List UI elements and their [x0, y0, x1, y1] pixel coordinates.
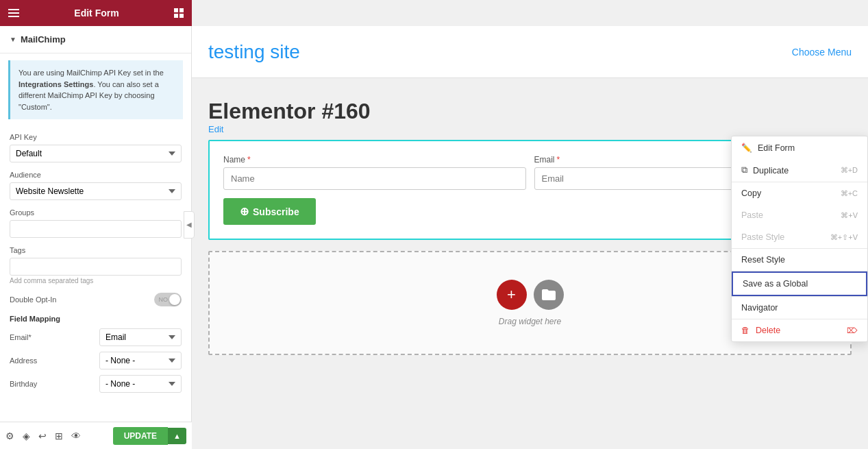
drag-hint: Drag widget here [499, 317, 561, 326]
update-dropdown-button[interactable]: ▲ [168, 428, 186, 444]
email-field-label-form: Email [534, 155, 555, 165]
paste-label: Paste [741, 210, 763, 220]
duplicate-icon: ⧉ [741, 165, 747, 175]
name-field-input[interactable] [223, 167, 526, 190]
paste-style-shortcut: ⌘+⇧+V [830, 233, 858, 242]
toolbar-icon-group: ⚙ ◈ ↩ ⊞ 👁 [5, 430, 81, 441]
subscribe-button[interactable]: ⊕ Subscribe [223, 198, 316, 225]
tags-hint: Add comma separated tags [10, 277, 182, 284]
grid-icon[interactable] [174, 8, 184, 18]
subscribe-icon: ⊕ [240, 205, 249, 218]
add-widget-button[interactable]: + [497, 280, 527, 310]
context-menu-duplicate[interactable]: ⧉ Duplicate ⌘+D [732, 159, 867, 182]
tags-label: Tags [10, 246, 182, 254]
name-field-group: Name * [223, 155, 526, 190]
top-bar: Edit Form [0, 0, 192, 26]
toggle-no-text: NO [159, 296, 169, 303]
tags-row: Tags Add comma separated tags [10, 246, 182, 284]
double-optin-label: Double Opt-In [10, 295, 56, 304]
address-field-label: Address [10, 356, 37, 365]
update-btn-group: UPDATE ▲ [113, 427, 186, 445]
main-header: testing site Choose Menu [192, 26, 868, 78]
context-menu-paste-style: Paste Style ⌘+⇧+V [732, 226, 867, 248]
mailchimp-section-title: MailChimp [21, 34, 66, 45]
tags-input[interactable] [10, 258, 182, 276]
bottom-toolbar: ⚙ ◈ ↩ ⊞ 👁 UPDATE ▲ [0, 422, 192, 449]
context-menu-edit-form[interactable]: ✏️ Edit Form [732, 136, 867, 159]
widget-buttons: + [497, 280, 564, 310]
sidebar-collapse-handle[interactable]: ◀ [184, 211, 195, 239]
page-title-block: Elementor #160 Edit [208, 99, 852, 134]
info-link[interactable]: Integrations Settings [18, 80, 93, 88]
birthday-field-label: Birthday [10, 380, 37, 388]
double-optin-toggle[interactable]: NO [154, 293, 182, 306]
delete-shortcut: ⌦ [847, 326, 858, 335]
mailchimp-section-header[interactable]: ▼ MailChimp [0, 26, 191, 53]
edit-link[interactable]: Edit [208, 124, 223, 134]
address-field-select[interactable]: - None - [99, 352, 182, 369]
info-text-1: You are using MailChimp API Key set in t… [18, 69, 164, 77]
page-title: Elementor #160 [208, 99, 852, 124]
context-menu: ✏️ Edit Form ⧉ Duplicate ⌘+D Copy ⌘+C [731, 136, 868, 342]
email-required-marker: * [557, 155, 560, 165]
hamburger-menu-icon[interactable] [8, 9, 19, 17]
birthday-field-select[interactable]: - None - [99, 375, 182, 393]
folder-widget-button[interactable] [534, 280, 564, 310]
choose-menu-button[interactable]: Choose Menu [792, 47, 852, 58]
copy-label: Copy [741, 189, 761, 198]
groups-row: Groups [10, 208, 182, 238]
layers-icon[interactable]: ◈ [23, 430, 30, 441]
reset-style-label: Reset Style [741, 255, 785, 265]
context-menu-paste: Paste ⌘+V [732, 204, 867, 226]
api-key-label: API Key [10, 133, 182, 141]
field-mapping-title: Field Mapping [10, 315, 182, 323]
context-menu-copy[interactable]: Copy ⌘+C [732, 182, 867, 204]
context-edit-form-label: Edit Form [758, 143, 795, 153]
context-menu-save-global[interactable]: Save as a Global [732, 271, 867, 296]
audience-select[interactable]: Website Newslette [10, 182, 182, 200]
double-optin-row: Double Opt-In NO [10, 293, 182, 306]
api-key-row: API Key Default [10, 133, 182, 162]
settings-icon[interactable]: ⚙ [5, 430, 14, 441]
context-menu-reset-style[interactable]: Reset Style [732, 249, 867, 271]
preview-icon[interactable]: 👁 [71, 430, 81, 441]
info-box: You are using MailChimp API Key set in t… [8, 60, 183, 119]
name-field-label: Name [223, 155, 245, 165]
delete-label: Delete [756, 326, 780, 335]
update-button[interactable]: UPDATE [113, 427, 168, 445]
copy-shortcut: ⌘+C [841, 189, 858, 198]
navigator-label: Navigator [741, 303, 778, 313]
groups-label: Groups [10, 208, 182, 217]
audience-label: Audience [10, 171, 182, 179]
context-menu-navigator[interactable]: Navigator [732, 297, 867, 319]
paste-style-label: Paste Style [741, 232, 784, 242]
save-global-label: Save as a Global [743, 279, 808, 289]
edit-form-pencil-icon: ✏️ [741, 143, 752, 153]
subscribe-label: Subscribe [253, 206, 299, 217]
top-bar-title: Edit Form [74, 8, 119, 19]
sidebar-form-section: API Key Default Audience Website Newslet… [0, 126, 191, 408]
responsive-icon[interactable]: ⊞ [55, 430, 63, 441]
name-required-marker: * [247, 155, 251, 165]
paste-shortcut: ⌘+V [841, 211, 858, 220]
email-field-select[interactable]: Email [99, 328, 182, 346]
main-content: testing site Choose Menu Elementor #160 … [192, 26, 868, 449]
trash-icon: 🗑 [741, 326, 750, 335]
duplicate-shortcut: ⌘+D [841, 166, 858, 175]
sidebar: ▼ MailChimp You are using MailChimp API … [0, 26, 192, 449]
api-key-select[interactable]: Default [10, 145, 182, 162]
context-duplicate-label: Duplicate [753, 166, 789, 175]
site-title: testing site [208, 41, 300, 63]
history-icon[interactable]: ↩ [38, 430, 47, 441]
audience-row: Audience Website Newslette [10, 171, 182, 200]
context-menu-delete[interactable]: 🗑 Delete ⌦ [732, 319, 867, 341]
email-field-label: Email* [10, 333, 32, 341]
groups-input[interactable] [10, 220, 182, 238]
field-mapping-row: Field Mapping Email* Email Address - Non… [10, 315, 182, 393]
collapse-arrow-icon: ▼ [10, 36, 16, 43]
